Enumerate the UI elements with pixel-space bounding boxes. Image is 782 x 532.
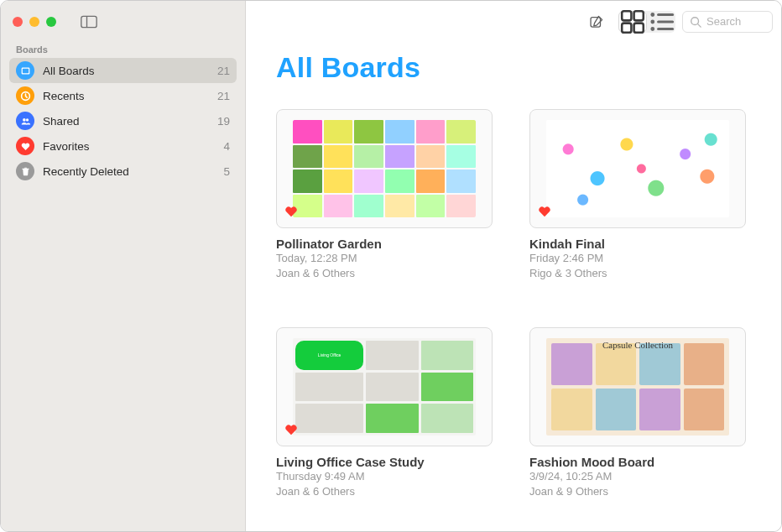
search-placeholder: Search [706, 15, 741, 28]
board-title: Kindah Final [529, 237, 746, 251]
svg-point-7 [650, 13, 654, 17]
sidebar-item-shared[interactable]: Shared19 [9, 108, 237, 133]
sidebar-icon [81, 14, 97, 29]
board-thumbnail[interactable]: Capsule Collection [529, 327, 746, 446]
grid-icon [619, 8, 646, 35]
window-controls [13, 17, 56, 27]
sidebar-item-label: Favorites [43, 140, 90, 153]
sidebar-item-label: All Boards [43, 65, 95, 77]
sidebar-section-header: Boards [1, 43, 245, 58]
sidebar-item-count: 5 [223, 165, 230, 178]
heart-icon [16, 137, 34, 155]
view-mode-segment [618, 11, 675, 33]
search-field[interactable]: Search [682, 11, 773, 33]
search-icon [690, 16, 701, 28]
list-view-button[interactable] [647, 11, 675, 33]
board-card[interactable]: Living OfficeLiving Office Case StudyThu… [276, 327, 493, 498]
svg-point-8 [650, 19, 654, 23]
folder-icon [16, 61, 34, 80]
sidebar-item-label: Shared [43, 115, 80, 128]
board-collaborators: Joan & 6 Others [276, 484, 493, 499]
sidebar: Boards All Boards21Recents21Shared19Favo… [1, 1, 246, 531]
board-thumbnail-art: Living Office [293, 338, 476, 436]
clock-icon [16, 86, 34, 105]
board-thumbnail-art [293, 120, 476, 217]
minimize-window-button[interactable] [29, 17, 39, 27]
page-title: All Boards [276, 51, 751, 84]
board-title: Fashion Mood Board [529, 455, 746, 469]
zoom-window-button[interactable] [46, 17, 56, 27]
boards-grid: Pollinator GardenToday, 12:28 PMJoan & 6… [276, 109, 751, 498]
trash-icon [16, 162, 34, 180]
sidebar-item-count: 19 [217, 115, 230, 128]
board-collaborators: Rigo & 3 Others [529, 266, 746, 281]
svg-point-9 [650, 27, 654, 31]
board-card[interactable]: Kindah FinalFriday 2:46 PMRigo & 3 Other… [529, 109, 746, 280]
svg-rect-0 [81, 16, 96, 27]
people-icon [16, 112, 34, 130]
svg-rect-5 [622, 23, 631, 32]
svg-line-14 [698, 23, 701, 27]
board-thumbnail[interactable] [529, 109, 746, 228]
favorite-heart-icon [537, 204, 552, 222]
board-title: Pollinator Garden [276, 237, 493, 251]
board-timestamp: Today, 12:28 PM [276, 251, 493, 266]
sidebar-item-all-boards[interactable]: All Boards21 [9, 58, 237, 83]
compose-button[interactable] [581, 9, 612, 34]
board-card[interactable]: Pollinator GardenToday, 12:28 PMJoan & 6… [276, 109, 493, 280]
grid-view-button[interactable] [618, 11, 647, 33]
svg-rect-3 [622, 11, 631, 20]
board-title: Living Office Case Study [276, 455, 493, 469]
board-card[interactable]: Capsule CollectionFashion Mood Board3/9/… [529, 327, 746, 498]
toggle-sidebar-button[interactable] [75, 10, 103, 34]
board-collaborators: Joan & 6 Others [276, 266, 493, 281]
close-window-button[interactable] [13, 17, 23, 27]
board-thumbnail[interactable]: Living Office [276, 327, 493, 446]
board-thumbnail-art: Capsule Collection [546, 338, 729, 436]
sidebar-item-label: Recents [43, 90, 85, 102]
board-collaborators: Joan & 9 Others [529, 484, 746, 499]
main-toolbar: Search [246, 1, 781, 43]
sidebar-list: All Boards21Recents21Shared19Favorites4R… [1, 58, 245, 184]
sidebar-item-count: 21 [217, 90, 230, 102]
sidebar-item-count: 4 [223, 140, 230, 153]
svg-rect-4 [634, 11, 644, 20]
board-timestamp: 3/9/24, 10:25 AM [529, 469, 746, 484]
svg-rect-6 [634, 23, 644, 32]
sidebar-item-label: Recently Deleted [43, 165, 129, 178]
compose-icon [588, 14, 605, 29]
list-icon [647, 8, 675, 36]
board-timestamp: Thursday 9:49 AM [276, 469, 493, 484]
favorite-heart-icon [284, 204, 299, 222]
main-area: Search All Boards Pollinator GardenToday… [246, 1, 781, 531]
content-area: All Boards Pollinator GardenToday, 12:28… [246, 43, 781, 531]
window-titlebar [1, 1, 245, 43]
sidebar-item-recently-deleted[interactable]: Recently Deleted5 [9, 159, 237, 184]
favorite-heart-icon [284, 422, 299, 441]
sidebar-item-recents[interactable]: Recents21 [9, 83, 237, 108]
sidebar-item-count: 21 [217, 65, 230, 77]
board-timestamp: Friday 2:46 PM [529, 251, 746, 266]
board-thumbnail[interactable] [276, 109, 493, 228]
board-thumbnail-art [546, 120, 729, 217]
sidebar-item-favorites[interactable]: Favorites4 [9, 133, 237, 159]
